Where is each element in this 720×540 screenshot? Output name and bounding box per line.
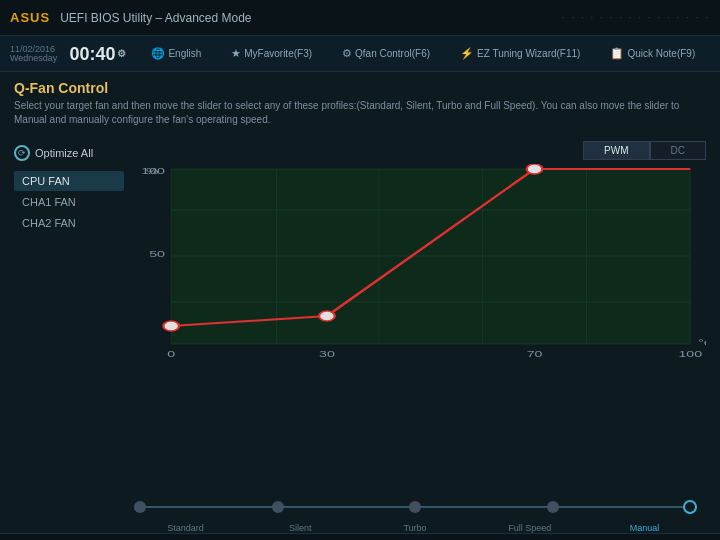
slider-dot-manual[interactable]	[683, 500, 697, 514]
pwm-dc-toggle: PWM DC	[583, 141, 706, 160]
slider-label-silent: Silent	[243, 523, 358, 533]
toolbar-myfavorite-btn[interactable]: ★ MyFavorite(F3)	[226, 45, 317, 62]
toolbar: 11/02/2016 Wednesday 00:40 ⚙ 🌐 English ★…	[0, 36, 720, 72]
wizard-icon: ⚡	[460, 47, 474, 60]
fan-sidebar: ⟳ Optimize All CPU FAN CHA1 FAN CHA2 FAN	[14, 141, 124, 533]
toolbar-qfan-btn[interactable]: ⚙ Qfan Control(F6)	[337, 45, 435, 62]
optimize-all-label: Optimize All	[35, 147, 93, 159]
slider-dot-turbo[interactable]	[409, 501, 421, 513]
toolbar-eztuning-label: EZ Tuning Wizard(F11)	[477, 48, 580, 59]
qfan-icon: ⚙	[342, 47, 352, 60]
toolbar-time: 00:40 ⚙	[69, 45, 126, 63]
chart-area: PWM DC	[124, 141, 706, 533]
svg-rect-0	[171, 169, 690, 344]
optimize-all-btn[interactable]: ⟳ Optimize All	[14, 145, 124, 161]
datetime-section: 11/02/2016 Wednesday	[10, 45, 57, 63]
svg-text:30: 30	[319, 349, 335, 360]
toolbar-language-label: English	[168, 48, 201, 59]
fan-item-cpu[interactable]: CPU FAN	[14, 171, 124, 191]
note-icon: 📋	[610, 47, 624, 60]
slider-area: Standard Silent Turbo Full Speed Manual	[124, 487, 706, 533]
toolbar-eztuning-btn[interactable]: ⚡ EZ Tuning Wizard(F11)	[455, 45, 585, 62]
fan-item-cha1[interactable]: CHA1 FAN	[14, 192, 124, 212]
asus-logo: ASUS	[10, 10, 50, 25]
fan-cha1-label: CHA1 FAN	[22, 196, 76, 208]
svg-text:100: 100	[141, 166, 165, 177]
main-content: ⟳ Optimize All CPU FAN CHA1 FAN CHA2 FAN…	[0, 131, 720, 533]
star-icon: ★	[231, 47, 241, 60]
dc-toggle-btn[interactable]: DC	[650, 141, 706, 160]
slider-dot-standard[interactable]	[134, 501, 146, 513]
chart-wrapper: % 100 50 0 30 70 100 °C	[124, 164, 706, 487]
toolbar-qfan-label: Qfan Control(F6)	[355, 48, 430, 59]
svg-text:°C: °C	[698, 338, 706, 349]
page-description: Select your target fan and then move the…	[14, 99, 706, 127]
svg-point-14	[319, 311, 335, 321]
svg-point-15	[527, 164, 543, 174]
slider-label-fullspeed: Full Speed	[472, 523, 587, 533]
slider-dot-silent[interactable]	[272, 501, 284, 513]
slider-label-standard: Standard	[128, 523, 243, 533]
svg-text:50: 50	[149, 249, 165, 260]
slider-dot-fullspeed[interactable]	[547, 501, 559, 513]
fan-item-cha2[interactable]: CHA2 FAN	[14, 213, 124, 233]
toolbar-quicknote-label: Quick Note(F9)	[627, 48, 695, 59]
action-bar: Undo Apply Exit (ESC)	[0, 533, 720, 540]
toolbar-quicknote-btn[interactable]: 📋 Quick Note(F9)	[605, 45, 700, 62]
slider-labels: Standard Silent Turbo Full Speed Manual	[124, 523, 706, 533]
fan-cha2-label: CHA2 FAN	[22, 217, 76, 229]
page-title: Q-Fan Control	[14, 80, 706, 96]
fan-curve-chart: % 100 50 0 30 70 100 °C	[124, 164, 706, 364]
svg-point-13	[163, 321, 179, 331]
page-header: Q-Fan Control Select your target fan and…	[0, 72, 720, 131]
svg-text:100: 100	[678, 349, 702, 360]
pwm-toggle-btn[interactable]: PWM	[583, 141, 649, 160]
slider-label-manual: Manual	[587, 523, 702, 533]
svg-text:70: 70	[527, 349, 543, 360]
header: ASUS UEFI BIOS Utility – Advanced Mode ·…	[0, 0, 720, 36]
header-decoration: · · · · · · · · · · · · · · · ·	[562, 12, 710, 23]
settings-icon[interactable]: ⚙	[117, 49, 126, 59]
svg-text:0: 0	[167, 349, 175, 360]
toolbar-language-btn[interactable]: 🌐 English	[146, 45, 206, 62]
toolbar-day: Wednesday	[10, 54, 57, 63]
app-title: UEFI BIOS Utility – Advanced Mode	[60, 11, 251, 25]
optimize-icon: ⟳	[14, 145, 30, 161]
fan-cpu-label: CPU FAN	[22, 175, 70, 187]
language-icon: 🌐	[151, 47, 165, 60]
toolbar-myfavorite-label: MyFavorite(F3)	[244, 48, 312, 59]
slider-label-turbo: Turbo	[358, 523, 473, 533]
